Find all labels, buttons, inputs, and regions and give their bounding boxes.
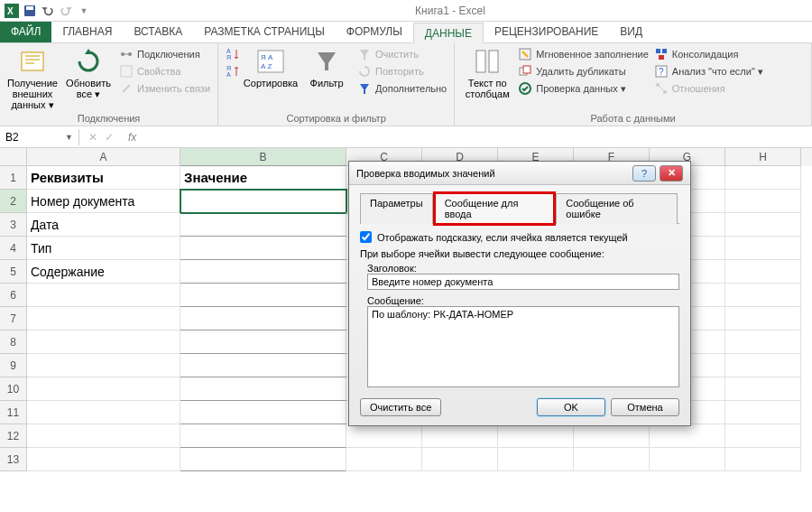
row-header[interactable]: 7 xyxy=(0,307,27,330)
cell[interactable]: Значение xyxy=(180,166,346,190)
cell[interactable] xyxy=(422,448,498,471)
cancel-button[interactable]: Отмена xyxy=(611,398,679,416)
save-icon[interactable] xyxy=(22,3,38,19)
dialog-tab-input-message[interactable]: Сообщение для ввода xyxy=(435,193,555,224)
row-header[interactable]: 2 xyxy=(0,190,27,213)
col-header-a[interactable]: A xyxy=(27,148,180,166)
row-header[interactable]: 1 xyxy=(0,166,27,190)
consolidate-button[interactable]: Консолидация xyxy=(654,47,763,61)
cell[interactable] xyxy=(27,284,180,307)
clear-all-button[interactable]: Очистить все xyxy=(360,398,441,416)
name-box[interactable]: B2 ▼ xyxy=(0,129,79,145)
cell[interactable] xyxy=(346,448,422,471)
cell[interactable] xyxy=(725,401,801,424)
cell[interactable] xyxy=(725,330,801,354)
cell[interactable] xyxy=(180,354,346,377)
dialog-help-button[interactable]: ? xyxy=(632,165,656,182)
cell[interactable]: Дата xyxy=(27,213,180,237)
cell[interactable]: Содержание xyxy=(27,260,180,284)
row-header[interactable]: 8 xyxy=(0,330,27,354)
tab-layout[interactable]: РАЗМЕТКА СТРАНИЦЫ xyxy=(193,22,336,42)
cell[interactable] xyxy=(180,448,346,471)
heading-input[interactable] xyxy=(367,274,679,290)
sort-asc-button[interactable]: АЯ xyxy=(226,47,240,61)
cell[interactable] xyxy=(27,401,180,424)
cell[interactable] xyxy=(27,424,180,448)
tab-home[interactable]: ГЛАВНАЯ xyxy=(51,22,123,42)
get-external-data-button[interactable]: Получение внешних данных ▾ xyxy=(7,47,58,110)
redo-icon[interactable] xyxy=(58,3,74,19)
whatif-button[interactable]: ?Анализ "что если" ▾ xyxy=(654,64,763,79)
cell[interactable] xyxy=(574,448,650,471)
flash-fill-button[interactable]: Мгновенное заполнение xyxy=(518,47,649,61)
cell[interactable] xyxy=(725,166,801,190)
text-to-columns-button[interactable]: Текст по столбцам xyxy=(462,47,512,99)
cell[interactable] xyxy=(180,307,346,330)
cell[interactable] xyxy=(725,377,801,401)
cell[interactable] xyxy=(180,260,346,284)
cell[interactable] xyxy=(725,284,801,307)
show-hint-checkbox[interactable] xyxy=(360,231,372,243)
cell[interactable] xyxy=(498,448,574,471)
qat-dropdown-icon[interactable]: ▼ xyxy=(76,3,92,19)
cell[interactable] xyxy=(180,237,346,260)
cell[interactable] xyxy=(180,284,346,307)
col-header-b[interactable]: B xyxy=(180,148,346,166)
dialog-close-button[interactable]: ✕ xyxy=(660,165,683,182)
cell[interactable] xyxy=(180,424,346,448)
cell[interactable]: Номер документа xyxy=(27,190,180,213)
col-header-h[interactable]: H xyxy=(725,148,801,166)
cell[interactable] xyxy=(498,424,574,448)
tab-view[interactable]: ВИД xyxy=(609,22,653,42)
row-header[interactable]: 6 xyxy=(0,284,27,307)
tab-insert[interactable]: ВСТАВКА xyxy=(123,22,193,42)
filter-button[interactable]: Фильтр xyxy=(301,47,352,88)
cell[interactable] xyxy=(180,401,346,424)
tab-review[interactable]: РЕЦЕНЗИРОВАНИЕ xyxy=(484,22,609,42)
advanced-filter-button[interactable]: Дополнительно xyxy=(357,81,447,96)
dialog-tab-error-alert[interactable]: Сообщение об ошибке xyxy=(556,193,678,224)
row-header[interactable]: 13 xyxy=(0,448,27,471)
fx-icon[interactable]: fx xyxy=(123,131,136,144)
row-header[interactable]: 12 xyxy=(0,424,27,448)
cell[interactable] xyxy=(725,354,801,377)
cell[interactable] xyxy=(574,424,650,448)
cell[interactable] xyxy=(725,307,801,330)
cell[interactable]: Тип xyxy=(27,237,180,260)
cell[interactable] xyxy=(27,307,180,330)
cell[interactable] xyxy=(180,190,346,213)
cell[interactable] xyxy=(180,377,346,401)
cell[interactable] xyxy=(725,260,801,284)
row-header[interactable]: 11 xyxy=(0,401,27,424)
dialog-titlebar[interactable]: Проверка вводимых значений ? ✕ xyxy=(349,162,690,185)
cell[interactable] xyxy=(27,377,180,401)
cell[interactable] xyxy=(346,424,422,448)
cell[interactable] xyxy=(725,448,801,471)
dialog-tab-parameters[interactable]: Параметры xyxy=(360,193,433,224)
connections-button[interactable]: Подключения xyxy=(119,47,210,61)
tab-data[interactable]: ДАННЫЕ xyxy=(413,23,484,43)
refresh-all-button[interactable]: Обновить все ▾ xyxy=(63,47,114,99)
cell[interactable] xyxy=(725,190,801,213)
cell[interactable] xyxy=(422,424,498,448)
row-header[interactable]: 5 xyxy=(0,260,27,284)
cell[interactable] xyxy=(650,448,725,471)
select-all-corner[interactable] xyxy=(0,148,27,166)
cell[interactable] xyxy=(27,330,180,354)
row-header[interactable]: 4 xyxy=(0,237,27,260)
sort-button[interactable]: Я АА Z Сортировка xyxy=(245,47,296,88)
cell[interactable] xyxy=(725,213,801,237)
sort-desc-button[interactable]: ЯА xyxy=(226,64,240,79)
tab-formulas[interactable]: ФОРМУЛЫ xyxy=(336,22,413,42)
message-textarea[interactable] xyxy=(367,306,679,387)
undo-icon[interactable] xyxy=(40,3,56,19)
row-header[interactable]: 9 xyxy=(0,354,27,377)
cell[interactable] xyxy=(725,424,801,448)
cell[interactable] xyxy=(180,330,346,354)
row-header[interactable]: 10 xyxy=(0,377,27,401)
cell[interactable] xyxy=(27,354,180,377)
tab-file[interactable]: ФАЙЛ xyxy=(0,22,51,42)
cell[interactable]: Реквизиты xyxy=(27,166,180,190)
data-validation-button[interactable]: Проверка данных ▾ xyxy=(518,81,649,96)
cell[interactable] xyxy=(180,213,346,237)
